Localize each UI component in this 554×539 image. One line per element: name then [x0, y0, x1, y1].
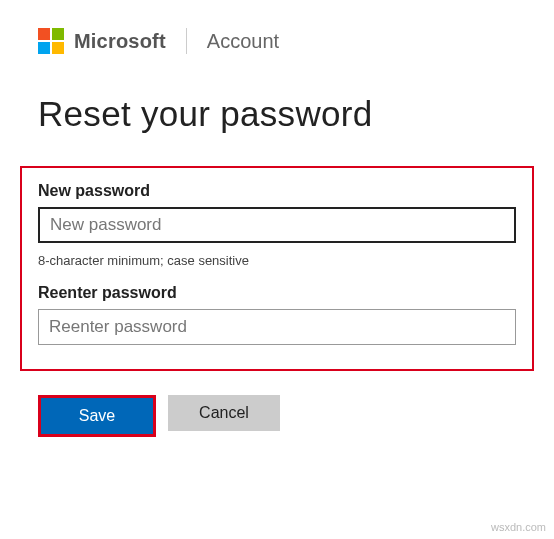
- page-title: Reset your password: [0, 54, 554, 134]
- microsoft-logo-icon: [38, 28, 64, 54]
- reenter-password-label: Reenter password: [38, 284, 516, 302]
- new-password-group: New password: [38, 182, 516, 243]
- save-button-highlight: Save: [38, 395, 156, 437]
- new-password-label: New password: [38, 182, 516, 200]
- reenter-password-group: Reenter password: [38, 284, 516, 345]
- header-divider: [186, 28, 187, 54]
- reenter-password-input[interactable]: [38, 309, 516, 345]
- section-text: Account: [207, 30, 279, 53]
- button-row: Save Cancel: [38, 395, 554, 437]
- watermark: wsxdn.com: [491, 521, 546, 533]
- header: Microsoft Account: [0, 0, 554, 54]
- brand-text: Microsoft: [74, 30, 166, 53]
- new-password-input[interactable]: [38, 207, 516, 243]
- password-form-highlight: New password 8-character minimum; case s…: [20, 166, 534, 371]
- cancel-button[interactable]: Cancel: [168, 395, 280, 431]
- password-hint: 8-character minimum; case sensitive: [38, 253, 516, 268]
- save-button[interactable]: Save: [41, 398, 153, 434]
